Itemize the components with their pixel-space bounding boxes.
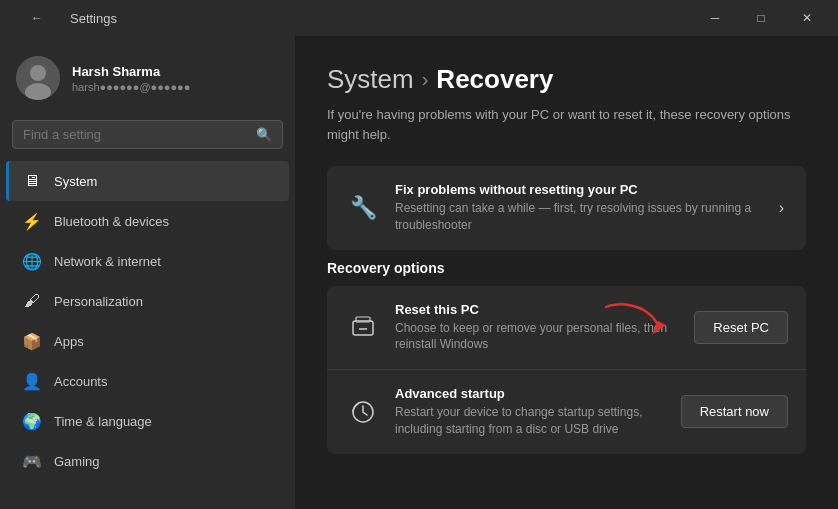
- user-name: Harsh Sharma: [72, 64, 190, 79]
- reset-pc-title: Reset this PC: [395, 302, 680, 317]
- nav-label-0: System: [54, 174, 97, 189]
- advanced-startup-desc: Restart your device to change startup se…: [395, 404, 667, 438]
- search-box[interactable]: 🔍: [12, 120, 283, 149]
- fix-problems-text: Fix problems without resetting your PC R…: [395, 182, 761, 234]
- advanced-startup-text: Advanced startup Restart your device to …: [395, 386, 667, 438]
- reset-pc-button[interactable]: Reset PC: [694, 311, 788, 344]
- reset-pc-icon: [345, 309, 381, 345]
- svg-rect-3: [353, 321, 373, 335]
- nav-icon-4: 📦: [22, 331, 42, 351]
- nav-container: 🖥 System ⚡ Bluetooth & devices 🌐 Network…: [0, 161, 295, 481]
- maximize-button[interactable]: □: [738, 0, 784, 36]
- breadcrumb: System › Recovery: [327, 64, 806, 95]
- svg-point-1: [30, 65, 46, 81]
- recovery-options-label: Recovery options: [327, 260, 806, 276]
- sidebar-item-accounts[interactable]: 👤 Accounts: [6, 361, 289, 401]
- nav-label-5: Accounts: [54, 374, 107, 389]
- restart-now-button[interactable]: Restart now: [681, 395, 788, 428]
- titlebar-title: Settings: [70, 11, 117, 26]
- content-area: System › Recovery If you're having probl…: [295, 36, 838, 509]
- sidebar-item-personalization[interactable]: 🖌 Personalization: [6, 281, 289, 321]
- sidebar-item-apps[interactable]: 📦 Apps: [6, 321, 289, 361]
- titlebar-left: ← Settings: [14, 0, 117, 36]
- wrench-icon: 🔧: [345, 190, 381, 226]
- advanced-startup-title: Advanced startup: [395, 386, 667, 401]
- nav-label-7: Gaming: [54, 454, 100, 469]
- sidebar-item-bluetooth---devices[interactable]: ⚡ Bluetooth & devices: [6, 201, 289, 241]
- page-description: If you're having problems with your PC o…: [327, 105, 806, 144]
- sidebar-item-time---language[interactable]: 🌍 Time & language: [6, 401, 289, 441]
- breadcrumb-separator: ›: [422, 68, 429, 91]
- titlebar-controls: ─ □ ✕: [692, 0, 830, 36]
- user-email: harsh●●●●●●@●●●●●●: [72, 81, 190, 93]
- nav-label-3: Personalization: [54, 294, 143, 309]
- fix-problems-item[interactable]: 🔧 Fix problems without resetting your PC…: [327, 166, 806, 250]
- fix-problems-action: ›: [775, 195, 788, 221]
- nav-icon-3: 🖌: [22, 291, 42, 311]
- reset-pc-desc: Choose to keep or remove your personal f…: [395, 320, 680, 354]
- recovery-options-section: Recovery options Reset this PC Choose to…: [327, 260, 806, 454]
- nav-icon-7: 🎮: [22, 451, 42, 471]
- user-info: Harsh Sharma harsh●●●●●●@●●●●●●: [72, 64, 190, 93]
- reset-pc-action: Reset PC: [694, 311, 788, 344]
- app-body: Harsh Sharma harsh●●●●●●@●●●●●● 🔍 🖥 Syst…: [0, 36, 838, 509]
- titlebar: ← Settings ─ □ ✕: [0, 0, 838, 36]
- nav-icon-6: 🌍: [22, 411, 42, 431]
- chevron-right-icon[interactable]: ›: [775, 195, 788, 221]
- reset-pc-item: Reset this PC Choose to keep or remove y…: [327, 286, 806, 371]
- nav-label-2: Network & internet: [54, 254, 161, 269]
- advanced-startup-item: Advanced startup Restart your device to …: [327, 370, 806, 454]
- fix-problems-desc: Resetting can take a while — first, try …: [395, 200, 761, 234]
- nav-icon-2: 🌐: [22, 251, 42, 271]
- sidebar-item-gaming[interactable]: 🎮 Gaming: [6, 441, 289, 481]
- sidebar: Harsh Sharma harsh●●●●●●@●●●●●● 🔍 🖥 Syst…: [0, 36, 295, 509]
- nav-label-4: Apps: [54, 334, 84, 349]
- search-input[interactable]: [23, 127, 248, 142]
- user-section: Harsh Sharma harsh●●●●●●@●●●●●●: [0, 36, 295, 116]
- nav-icon-0: 🖥: [22, 171, 42, 191]
- nav-icon-5: 👤: [22, 371, 42, 391]
- fix-problems-card: 🔧 Fix problems without resetting your PC…: [327, 166, 806, 250]
- minimize-button[interactable]: ─: [692, 0, 738, 36]
- back-button[interactable]: ←: [14, 0, 60, 36]
- breadcrumb-system: System: [327, 64, 414, 95]
- advanced-startup-icon: [345, 394, 381, 430]
- advanced-startup-action: Restart now: [681, 395, 788, 428]
- sidebar-item-system[interactable]: 🖥 System: [6, 161, 289, 201]
- breadcrumb-page: Recovery: [436, 64, 553, 95]
- avatar: [16, 56, 60, 100]
- search-icon: 🔍: [256, 127, 272, 142]
- nav-label-1: Bluetooth & devices: [54, 214, 169, 229]
- sidebar-item-network---internet[interactable]: 🌐 Network & internet: [6, 241, 289, 281]
- close-button[interactable]: ✕: [784, 0, 830, 36]
- fix-problems-title: Fix problems without resetting your PC: [395, 182, 761, 197]
- recovery-options-card: Reset this PC Choose to keep or remove y…: [327, 286, 806, 454]
- reset-pc-text: Reset this PC Choose to keep or remove y…: [395, 302, 680, 354]
- nav-label-6: Time & language: [54, 414, 152, 429]
- nav-icon-1: ⚡: [22, 211, 42, 231]
